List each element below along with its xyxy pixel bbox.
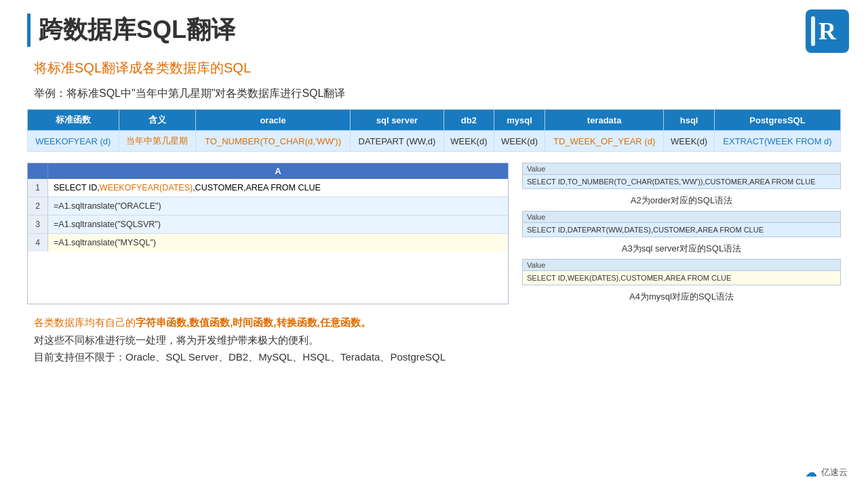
footer-line2: 对这些不同标准进行统一处理，将为开发维护带来极大的便利。	[34, 331, 841, 349]
svg-text:R: R	[818, 18, 837, 45]
value-box-2-content: SELECT ID,DATEPART(WW,DATES),CUSTOMER,AR…	[523, 223, 840, 237]
value-box-2-header: Value	[523, 211, 840, 223]
cell-3a: =A1.sqltranslate("SQLSVR")	[48, 216, 508, 233]
spreadsheet: A 1 SELECT ID,WEEKOFYEAR(DATES),CUSTOMER…	[27, 163, 509, 304]
value-box-2-label: A3为sql server对应的SQL语法	[522, 240, 841, 256]
value-box-3-header: Value	[523, 260, 840, 271]
row-num-4: 4	[28, 234, 48, 251]
cell-text-after: ,CUSTOMER,AREA FROM CLUE	[193, 183, 321, 192]
cell-teradata: TD_WEEK_OF_YEAR (d)	[545, 131, 663, 152]
th-db2: db2	[443, 110, 494, 131]
spreadsheet-row-2: 2 =A1.sqltranslate("ORACLE")	[28, 197, 508, 216]
title-bar: 跨数据库SQL翻译	[27, 14, 841, 47]
footer-line1-prefix: 各类数据库均有自己的	[34, 317, 136, 328]
spreadsheet-row-4: 4 =A1.sqltranslate("MYSQL")	[28, 234, 508, 251]
footer-line1: 各类数据库均有自己的字符串函数,数值函数,时间函数,转换函数,任意函数。	[34, 314, 841, 331]
sql-translation-table: 标准函数 含义 oracle sql server db2 mysql tera…	[27, 109, 841, 152]
th-sqlserver: sql server	[351, 110, 443, 131]
row-num-3: 3	[28, 216, 48, 233]
example-line: 举例：将标准SQL中"当年中第几星期"对各类数据库进行SQL翻译	[34, 87, 841, 101]
brand: ☁ 亿速云	[805, 465, 848, 480]
value-box-3: Value SELECT ID,WEEK(DATES),CUSTOMER,ARE…	[522, 259, 841, 285]
cell-std: WEEKOFYEAR (d)	[28, 131, 119, 152]
value-boxes: Value SELECT ID,TO_NUMBER(TO_CHAR(DATES,…	[522, 163, 841, 304]
cell-4a: =A1.sqltranslate("MYSQL")	[48, 234, 508, 251]
value-box-2: Value SELECT ID,DATEPART(WW,DATES),CUSTO…	[522, 211, 841, 237]
spreadsheet-header: A	[28, 163, 508, 179]
th-meaning: 含义	[119, 110, 195, 131]
value-box-1-label: A2为order对应的SQL语法	[522, 192, 841, 208]
page: R 跨数据库SQL翻译 将标准SQL翻译成各类数据库的SQL 举例：将标准SQL…	[0, 0, 868, 488]
th-hsql: hsql	[664, 110, 715, 131]
cell-2a: =A1.sqltranslate("ORACLE")	[48, 197, 508, 215]
spreadsheet-row-1: 1 SELECT ID,WEEKOFYEAR(DATES),CUSTOMER,A…	[28, 179, 508, 197]
footer-line3: 目前支持但不限于：Oracle、SQL Server、DB2、MySQL、HSQ…	[34, 348, 841, 366]
cell-text-before: SELECT ID,	[54, 183, 100, 192]
cell-db2: WEEK(d)	[443, 131, 494, 152]
footer-line1-bold: 字符串函数,数值函数,时间函数,转换函数,任意函数。	[136, 317, 371, 328]
brand-text: 亿速云	[821, 466, 848, 479]
row-num-header	[28, 163, 48, 179]
cell-postgres: EXTRACT(WEEK FROM d)	[714, 131, 840, 152]
cell-1a: SELECT ID,WEEKOFYEAR(DATES),CUSTOMER,ARE…	[48, 179, 508, 197]
svg-rect-2	[811, 16, 815, 46]
cell-sqlsvr: DATEPART (WW,d)	[351, 131, 443, 152]
cloud-icon: ☁	[805, 465, 817, 480]
page-title: 跨数据库SQL翻译	[39, 14, 235, 47]
value-box-3-label: A4为mysql对应的SQL语法	[522, 288, 841, 304]
cell-hsql: WEEK(d)	[664, 131, 715, 152]
table-row: WEEKOFYEAR (d) 当年中第几星期 TO_NUMBER(TO_CHAR…	[28, 131, 841, 152]
cell-oracle: TO_NUMBER(TO_CHAR(d,'WW'))	[195, 131, 351, 152]
subtitle: 将标准SQL翻译成各类数据库的SQL	[34, 59, 841, 77]
footer: 各类数据库均有自己的字符串函数,数值函数,时间函数,转换函数,任意函数。 对这些…	[34, 314, 841, 366]
col-a-header: A	[48, 163, 508, 179]
cell-meaning: 当年中第几星期	[119, 131, 195, 152]
th-postgres: PostgresSQL	[714, 110, 840, 131]
th-std: 标准函数	[28, 110, 119, 131]
value-box-1-header: Value	[523, 163, 840, 175]
th-mysql: mysql	[494, 110, 545, 131]
spreadsheet-row-3: 3 =A1.sqltranslate("SQLSVR")	[28, 216, 508, 234]
value-box-1-content: SELECT ID,TO_NUMBER(TO_CHAR(DATES,'WW'))…	[523, 175, 840, 188]
value-box-1: Value SELECT ID,TO_NUMBER(TO_CHAR(DATES,…	[522, 163, 841, 189]
th-teradata: teradata	[545, 110, 663, 131]
weekofyear-highlight: WEEKOFYEAR(DATES)	[100, 183, 193, 192]
value-box-3-content: SELECT ID,WEEK(DATES),CUSTOMER,AREA FROM…	[523, 271, 840, 285]
logo: R	[806, 9, 849, 56]
th-oracle: oracle	[195, 110, 351, 131]
cell-mysql: WEEK(d)	[494, 131, 545, 152]
main-content: A 1 SELECT ID,WEEKOFYEAR(DATES),CUSTOMER…	[27, 163, 841, 304]
row-num-2: 2	[28, 197, 48, 215]
row-num-1: 1	[28, 179, 48, 197]
